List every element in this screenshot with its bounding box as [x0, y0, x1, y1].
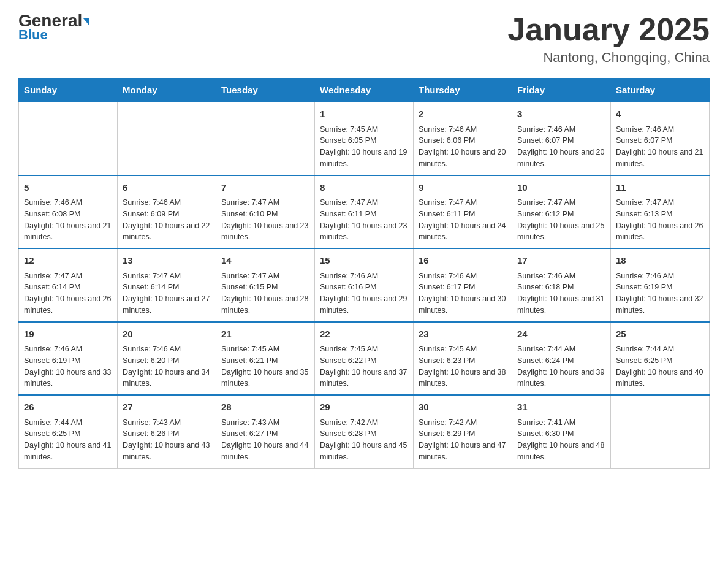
day-number: 2 — [419, 107, 507, 121]
day-info: Sunrise: 7:46 AMSunset: 6:09 PMDaylight:… — [123, 197, 211, 243]
location-title: Nantong, Chongqing, China — [507, 50, 710, 66]
day-info: Sunrise: 7:47 AMSunset: 6:10 PMDaylight:… — [221, 197, 309, 243]
day-number: 24 — [517, 327, 605, 342]
calendar-cell: 9Sunrise: 7:47 AMSunset: 6:11 PMDaylight… — [414, 175, 512, 249]
calendar-cell: 14Sunrise: 7:47 AMSunset: 6:15 PMDayligh… — [216, 248, 315, 322]
day-info: Sunrise: 7:44 AMSunset: 6:25 PMDaylight:… — [616, 343, 704, 389]
logo-blue: Blue — [18, 27, 48, 43]
day-number: 7 — [221, 181, 309, 195]
day-info: Sunrise: 7:46 AMSunset: 6:19 PMDaylight:… — [616, 270, 704, 316]
calendar-cell: 15Sunrise: 7:46 AMSunset: 6:16 PMDayligh… — [315, 248, 414, 322]
calendar-day-header-saturday: Saturday — [611, 79, 710, 102]
day-number: 16 — [419, 254, 507, 268]
day-info: Sunrise: 7:45 AMSunset: 6:21 PMDaylight:… — [221, 343, 309, 389]
day-number: 20 — [123, 327, 211, 342]
day-number: 1 — [320, 107, 408, 121]
page-header: General Blue January 2025 Nantong, Chong… — [18, 12, 710, 66]
calendar-cell: 12Sunrise: 7:47 AMSunset: 6:14 PMDayligh… — [19, 248, 118, 322]
calendar-cell: 13Sunrise: 7:47 AMSunset: 6:14 PMDayligh… — [118, 248, 216, 322]
calendar-cell: 10Sunrise: 7:47 AMSunset: 6:12 PMDayligh… — [512, 175, 611, 249]
day-number: 21 — [221, 327, 309, 342]
day-number: 14 — [221, 254, 309, 268]
day-info: Sunrise: 7:47 AMSunset: 6:15 PMDaylight:… — [221, 270, 309, 316]
day-info: Sunrise: 7:41 AMSunset: 6:30 PMDaylight:… — [517, 417, 605, 463]
day-number: 12 — [24, 254, 112, 268]
calendar-cell: 11Sunrise: 7:47 AMSunset: 6:13 PMDayligh… — [611, 175, 710, 249]
day-info: Sunrise: 7:46 AMSunset: 6:16 PMDaylight:… — [320, 270, 408, 316]
day-info: Sunrise: 7:46 AMSunset: 6:20 PMDaylight:… — [123, 343, 211, 389]
day-number: 9 — [419, 181, 507, 195]
day-info: Sunrise: 7:46 AMSunset: 6:19 PMDaylight:… — [24, 343, 112, 389]
calendar-cell: 19Sunrise: 7:46 AMSunset: 6:19 PMDayligh… — [19, 322, 118, 396]
calendar-cell: 2Sunrise: 7:46 AMSunset: 6:06 PMDaylight… — [414, 102, 512, 175]
calendar-cell: 31Sunrise: 7:41 AMSunset: 6:30 PMDayligh… — [512, 395, 611, 468]
day-number: 28 — [221, 400, 309, 415]
day-number: 4 — [616, 107, 704, 121]
calendar-cell: 4Sunrise: 7:46 AMSunset: 6:07 PMDaylight… — [611, 102, 710, 175]
calendar-day-header-tuesday: Tuesday — [216, 79, 315, 102]
calendar-table: SundayMondayTuesdayWednesdayThursdayFrid… — [18, 78, 710, 469]
calendar-cell: 25Sunrise: 7:44 AMSunset: 6:25 PMDayligh… — [611, 322, 710, 396]
day-number: 31 — [517, 400, 605, 415]
calendar-day-header-friday: Friday — [512, 79, 611, 102]
day-number: 10 — [517, 181, 605, 195]
title-block: January 2025 Nantong, Chongqing, China — [507, 12, 710, 66]
day-number: 26 — [24, 400, 112, 415]
day-info: Sunrise: 7:46 AMSunset: 6:06 PMDaylight:… — [419, 124, 507, 170]
logo-arrow-icon — [83, 18, 89, 26]
calendar-cell: 26Sunrise: 7:44 AMSunset: 6:25 PMDayligh… — [19, 395, 118, 468]
calendar-day-header-thursday: Thursday — [414, 79, 512, 102]
day-number: 18 — [616, 254, 704, 268]
day-info: Sunrise: 7:45 AMSunset: 6:05 PMDaylight:… — [320, 124, 408, 170]
day-number: 30 — [419, 400, 507, 415]
calendar-cell: 5Sunrise: 7:46 AMSunset: 6:08 PMDaylight… — [19, 175, 118, 249]
day-info: Sunrise: 7:44 AMSunset: 6:25 PMDaylight:… — [24, 417, 112, 463]
calendar-cell: 24Sunrise: 7:44 AMSunset: 6:24 PMDayligh… — [512, 322, 611, 396]
calendar-day-header-monday: Monday — [118, 79, 216, 102]
calendar-cell — [611, 395, 710, 468]
calendar-cell: 21Sunrise: 7:45 AMSunset: 6:21 PMDayligh… — [216, 322, 315, 396]
day-info: Sunrise: 7:47 AMSunset: 6:13 PMDaylight:… — [616, 197, 704, 243]
calendar-day-header-sunday: Sunday — [19, 79, 118, 102]
day-info: Sunrise: 7:42 AMSunset: 6:28 PMDaylight:… — [320, 417, 408, 463]
day-info: Sunrise: 7:46 AMSunset: 6:18 PMDaylight:… — [517, 270, 605, 316]
calendar-cell: 16Sunrise: 7:46 AMSunset: 6:17 PMDayligh… — [414, 248, 512, 322]
calendar-cell: 30Sunrise: 7:42 AMSunset: 6:29 PMDayligh… — [414, 395, 512, 468]
day-number: 19 — [24, 327, 112, 342]
calendar-cell — [216, 102, 315, 175]
calendar-week-row: 19Sunrise: 7:46 AMSunset: 6:19 PMDayligh… — [19, 322, 710, 396]
day-number: 8 — [320, 181, 408, 195]
day-info: Sunrise: 7:44 AMSunset: 6:24 PMDaylight:… — [517, 343, 605, 389]
day-info: Sunrise: 7:45 AMSunset: 6:23 PMDaylight:… — [419, 343, 507, 389]
calendar-cell: 8Sunrise: 7:47 AMSunset: 6:11 PMDaylight… — [315, 175, 414, 249]
day-info: Sunrise: 7:46 AMSunset: 6:07 PMDaylight:… — [616, 124, 704, 170]
day-number: 11 — [616, 181, 704, 195]
calendar-cell: 29Sunrise: 7:42 AMSunset: 6:28 PMDayligh… — [315, 395, 414, 468]
day-number: 15 — [320, 254, 408, 268]
calendar-day-header-wednesday: Wednesday — [315, 79, 414, 102]
day-number: 5 — [24, 181, 112, 195]
day-number: 25 — [616, 327, 704, 342]
calendar-cell — [118, 102, 216, 175]
day-number: 17 — [517, 254, 605, 268]
day-number: 27 — [123, 400, 211, 415]
day-number: 23 — [419, 327, 507, 342]
calendar-week-row: 26Sunrise: 7:44 AMSunset: 6:25 PMDayligh… — [19, 395, 710, 468]
calendar-cell: 3Sunrise: 7:46 AMSunset: 6:07 PMDaylight… — [512, 102, 611, 175]
calendar-cell: 28Sunrise: 7:43 AMSunset: 6:27 PMDayligh… — [216, 395, 315, 468]
calendar-cell: 20Sunrise: 7:46 AMSunset: 6:20 PMDayligh… — [118, 322, 216, 396]
calendar-week-row: 12Sunrise: 7:47 AMSunset: 6:14 PMDayligh… — [19, 248, 710, 322]
calendar-cell: 17Sunrise: 7:46 AMSunset: 6:18 PMDayligh… — [512, 248, 611, 322]
day-info: Sunrise: 7:47 AMSunset: 6:14 PMDaylight:… — [24, 270, 112, 316]
day-info: Sunrise: 7:47 AMSunset: 6:11 PMDaylight:… — [320, 197, 408, 243]
calendar-cell: 6Sunrise: 7:46 AMSunset: 6:09 PMDaylight… — [118, 175, 216, 249]
day-info: Sunrise: 7:45 AMSunset: 6:22 PMDaylight:… — [320, 343, 408, 389]
day-number: 22 — [320, 327, 408, 342]
calendar-week-row: 5Sunrise: 7:46 AMSunset: 6:08 PMDaylight… — [19, 175, 710, 249]
day-info: Sunrise: 7:47 AMSunset: 6:11 PMDaylight:… — [419, 197, 507, 243]
calendar-header-row: SundayMondayTuesdayWednesdayThursdayFrid… — [19, 79, 710, 102]
day-info: Sunrise: 7:43 AMSunset: 6:26 PMDaylight:… — [123, 417, 211, 463]
day-number: 3 — [517, 107, 605, 121]
day-info: Sunrise: 7:46 AMSunset: 6:07 PMDaylight:… — [517, 124, 605, 170]
calendar-cell: 1Sunrise: 7:45 AMSunset: 6:05 PMDaylight… — [315, 102, 414, 175]
